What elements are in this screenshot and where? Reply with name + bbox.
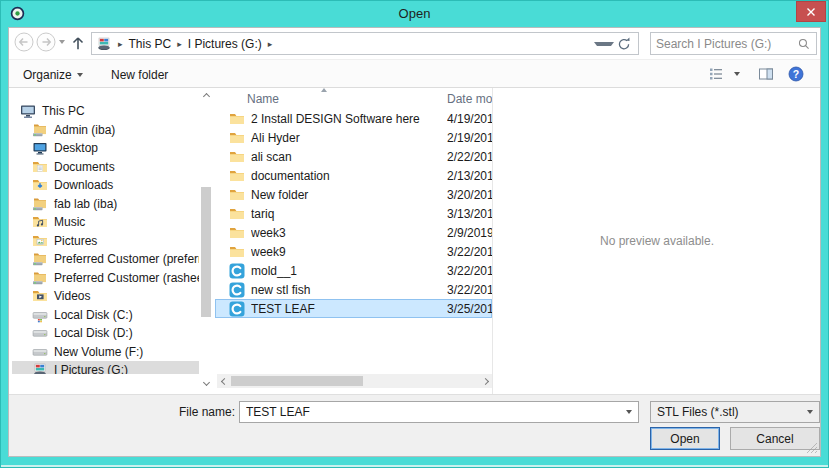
documents-folder-icon bbox=[32, 159, 48, 175]
downloads-folder-icon bbox=[32, 177, 48, 193]
help-icon[interactable] bbox=[788, 66, 804, 82]
file-row[interactable]: tariq 3/13/2019 bbox=[215, 204, 492, 223]
file-type-select[interactable]: STL Files (*.stl) bbox=[650, 401, 820, 423]
sidebar-item-preferred-customer-1[interactable]: Preferred Customer (preferredc bbox=[12, 250, 199, 269]
close-icon bbox=[804, 5, 818, 19]
file-row[interactable]: documentation 2/13/2019 bbox=[215, 166, 492, 185]
sidebar-item-music[interactable]: Music bbox=[12, 213, 199, 232]
sidebar-item-desktop[interactable]: Desktop bbox=[12, 139, 199, 158]
sidebar-item-documents[interactable]: Documents bbox=[12, 158, 199, 177]
address-bar[interactable]: ▸ This PC ▸ I Pictures (G:) ▸ bbox=[91, 32, 639, 55]
view-mode-icon[interactable] bbox=[708, 66, 724, 82]
sidebar-item-admin[interactable]: Admin (iba) bbox=[12, 121, 199, 140]
main-area: This PC Admin (iba) Desktop Documents Do… bbox=[9, 88, 820, 394]
search-input[interactable] bbox=[656, 37, 797, 51]
file-row[interactable]: 2 Install DESIGN Software here 4/19/2019 bbox=[215, 109, 492, 128]
file-name-dropdown-icon[interactable] bbox=[620, 402, 638, 422]
file-name: mold__1 bbox=[251, 264, 447, 278]
file-row[interactable]: week3 2/9/2019 bbox=[215, 223, 492, 242]
close-button[interactable] bbox=[796, 1, 826, 22]
file-row[interactable]: ali scan 2/22/2019 bbox=[215, 147, 492, 166]
column-header-date-modified[interactable]: Date modified bbox=[447, 92, 493, 106]
music-folder-icon bbox=[32, 214, 48, 230]
cura-stl-icon bbox=[229, 282, 245, 298]
file-row[interactable]: week9 3/22/2019 bbox=[215, 242, 492, 261]
cancel-button-label: Cancel bbox=[756, 432, 793, 446]
preview-pane-icon[interactable] bbox=[758, 66, 774, 82]
breadcrumb-separator-icon: ▸ bbox=[262, 39, 279, 49]
file-name: week3 bbox=[251, 226, 447, 240]
scroll-up-icon[interactable] bbox=[199, 90, 213, 102]
file-row[interactable]: new stl fish 3/22/2019 bbox=[215, 280, 492, 299]
folder-icon bbox=[229, 225, 245, 241]
breadcrumb-separator-icon: ▸ bbox=[171, 39, 188, 49]
address-history-dropdown-icon[interactable] bbox=[594, 42, 614, 46]
file-date: 3/22/2019 bbox=[447, 283, 492, 297]
drive-icon bbox=[32, 344, 48, 360]
sidebar-item-i-pictures-g[interactable]: I Pictures (G:) bbox=[12, 361, 199, 374]
open-button-label: Open bbox=[670, 432, 699, 446]
folder-icon bbox=[229, 168, 245, 184]
network-folder-icon bbox=[32, 122, 48, 138]
file-row[interactable]: Ali Hyder 2/19/2019 bbox=[215, 128, 492, 147]
sidebar-item-local-disk-c[interactable]: Local Disk (C:) bbox=[12, 306, 199, 325]
file-name: tariq bbox=[251, 207, 447, 221]
file-row[interactable]: New folder 3/20/2019 bbox=[215, 185, 492, 204]
file-date: 2/9/2019 bbox=[447, 226, 492, 240]
open-button[interactable]: Open bbox=[650, 427, 720, 450]
sidebar-item-label: fab lab (iba) bbox=[54, 197, 117, 211]
forward-button[interactable] bbox=[36, 32, 56, 52]
scroll-down-icon[interactable] bbox=[199, 376, 213, 388]
search-icon[interactable] bbox=[797, 37, 811, 51]
cura-stl-icon bbox=[229, 263, 245, 279]
file-list-horizontal-scrollbar[interactable] bbox=[217, 374, 492, 388]
sidebar-item-label: Videos bbox=[54, 289, 90, 303]
up-button[interactable] bbox=[69, 34, 87, 52]
folder-icon bbox=[229, 244, 245, 260]
column-header-name[interactable]: Name bbox=[247, 92, 279, 106]
file-date: 3/25/2019 bbox=[447, 302, 492, 316]
scrollbar-thumb[interactable] bbox=[231, 376, 363, 386]
file-date: 3/20/2019 bbox=[447, 188, 492, 202]
navigation-pane: This PC Admin (iba) Desktop Documents Do… bbox=[12, 102, 199, 374]
breadcrumb-current-folder[interactable]: I Pictures (G:) bbox=[188, 37, 262, 51]
sidebar-item-this-pc[interactable]: This PC bbox=[12, 102, 199, 121]
recent-locations-dropdown-icon[interactable] bbox=[59, 40, 65, 44]
file-date: 2/13/2019 bbox=[447, 169, 492, 183]
refresh-icon[interactable] bbox=[616, 36, 632, 52]
file-list-pane: Name Date modified 2 Install DESIGN Soft… bbox=[215, 88, 493, 394]
breadcrumb-this-pc[interactable]: This PC bbox=[129, 37, 172, 51]
folder-icon bbox=[229, 111, 245, 127]
folder-icon bbox=[229, 187, 245, 203]
network-folder-icon bbox=[32, 270, 48, 286]
view-mode-dropdown-icon[interactable] bbox=[734, 72, 740, 76]
file-name-input[interactable] bbox=[240, 405, 620, 419]
scrollbar-thumb[interactable] bbox=[201, 187, 211, 317]
file-row-selected[interactable]: TEST LEAF 3/25/2019 bbox=[215, 299, 492, 318]
scroll-left-icon[interactable] bbox=[217, 375, 231, 387]
resize-grip[interactable] bbox=[806, 442, 818, 454]
sidebar-item-fab-lab[interactable]: fab lab (iba) bbox=[12, 195, 199, 214]
sidebar-item-label: I Pictures (G:) bbox=[54, 363, 128, 374]
file-name-combobox[interactable] bbox=[239, 401, 639, 423]
sidebar-item-pictures[interactable]: Pictures bbox=[12, 232, 199, 251]
new-folder-button[interactable]: New folder bbox=[105, 65, 174, 84]
window-title: Open bbox=[1, 6, 828, 21]
scroll-right-icon[interactable] bbox=[478, 375, 492, 387]
sidebar-item-downloads[interactable]: Downloads bbox=[12, 176, 199, 195]
file-date: 3/13/2019 bbox=[447, 207, 492, 221]
sidebar-item-local-disk-d[interactable]: Local Disk (D:) bbox=[12, 324, 199, 343]
sidebar-item-preferred-customer-2[interactable]: Preferred Customer (rasheed) bbox=[12, 269, 199, 288]
back-button[interactable] bbox=[14, 32, 34, 52]
search-box[interactable] bbox=[650, 32, 817, 55]
sidebar-item-new-volume-f[interactable]: New Volume (F:) bbox=[12, 343, 199, 362]
pictures-folder-icon bbox=[32, 233, 48, 249]
sidebar-item-videos[interactable]: Videos bbox=[12, 287, 199, 306]
file-date: 3/22/2019 bbox=[447, 264, 492, 278]
sidebar-scrollbar[interactable] bbox=[199, 90, 213, 388]
organize-button[interactable]: Organize bbox=[17, 65, 89, 84]
file-type-dropdown-icon[interactable] bbox=[801, 402, 819, 422]
title-bar[interactable]: Open bbox=[1, 1, 828, 27]
sidebar-item-label: This PC bbox=[42, 104, 85, 118]
file-row[interactable]: mold__1 3/22/2019 bbox=[215, 261, 492, 280]
